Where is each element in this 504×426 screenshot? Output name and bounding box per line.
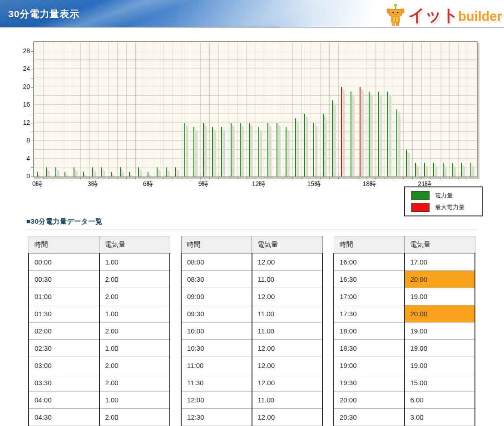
time-cell: 00:30: [29, 271, 99, 288]
y-axis-tick: [31, 51, 33, 52]
x-axis-tick: [237, 177, 237, 179]
gridline-vertical: [154, 42, 154, 176]
bar-05:00: [129, 172, 130, 176]
bar-14:30: [304, 114, 305, 176]
bar-shadow: [38, 173, 41, 176]
bar-shadow: [130, 173, 133, 176]
amount-cell: 11.00: [252, 271, 323, 288]
y-axis-label: 8: [12, 137, 30, 144]
bar-shadow: [57, 169, 59, 176]
amount-cell: 1.00: [99, 340, 170, 357]
y-axis-tick: [31, 123, 33, 123]
x-axis-label: 0時: [32, 180, 42, 188]
time-cell: 00:00: [29, 254, 99, 271]
bar-15:00: [313, 123, 314, 176]
bar-shadow: [177, 169, 179, 176]
time-cell: 12:00: [181, 392, 252, 409]
bar-shadow: [472, 164, 474, 176]
gridline-vertical: [265, 42, 265, 176]
table-row: 01:301.00: [29, 305, 170, 323]
time-cell: 16:30: [334, 271, 405, 288]
bar-06:00: [148, 172, 148, 176]
column-header-amount: 電気量: [252, 236, 323, 254]
y-axis-label: 12: [12, 119, 30, 126]
bar-shadow: [453, 164, 456, 176]
bar-01:00: [55, 167, 56, 176]
x-axis-label: 15時: [307, 180, 321, 188]
x-axis-tick: [421, 177, 422, 179]
amount-cell: 12.00: [252, 288, 323, 305]
y-axis-tick: [31, 167, 33, 168]
y-axis-label: 28: [12, 47, 30, 54]
time-cell: 01:00: [29, 288, 99, 305]
table-row: 17:0019.00: [334, 288, 475, 305]
time-cell: 20:00: [334, 392, 405, 409]
y-axis-tick: [31, 96, 33, 96]
table-row: 03:002.00: [29, 357, 170, 374]
bar-02:30: [83, 172, 84, 176]
bar-00:30: [46, 167, 47, 176]
gridline-vertical: [228, 42, 228, 176]
x-axis-tick: [43, 177, 44, 179]
x-axis-tick: [117, 177, 118, 179]
gridline-vertical: [366, 42, 366, 176]
bar-shadow: [444, 164, 447, 176]
table-row: 12:0011.00: [181, 392, 322, 409]
amount-cell: 19.00: [405, 340, 475, 357]
bar-shadow: [370, 93, 373, 176]
y-axis-tick: [31, 69, 33, 69]
table-row: 17:3020.00: [334, 305, 475, 323]
x-axis-tick: [274, 177, 274, 179]
gridline-vertical: [403, 42, 404, 176]
gridline-vertical: [163, 42, 163, 176]
bar-12:30: [267, 123, 268, 176]
table-row: 18:3019.00: [334, 340, 475, 357]
y-axis-label: 16: [12, 101, 30, 108]
bar-shadow: [149, 173, 152, 176]
gridline-vertical: [200, 42, 201, 176]
bar-17:30: [360, 87, 361, 176]
y-axis-tick: [31, 105, 33, 105]
time-cell: 12:30: [181, 409, 252, 426]
amount-cell: 12.00: [252, 340, 323, 357]
amount-cell: 17.00: [405, 254, 475, 271]
x-axis-tick: [246, 177, 247, 179]
table-row: 11:0012.00: [181, 357, 322, 374]
bar-13:00: [277, 123, 277, 176]
gridline-vertical: [385, 42, 385, 176]
bar-shadow: [94, 169, 96, 176]
table-row: 20:006.00: [334, 392, 475, 409]
bar-shadow: [306, 115, 308, 176]
y-axis-tick: [31, 141, 33, 141]
bar-shadow: [167, 169, 170, 176]
amount-cell-max-highlight: 20.00: [405, 271, 475, 288]
x-axis-tick: [218, 177, 219, 179]
table-row: 03:302.00: [29, 374, 170, 392]
bar-11:30: [249, 123, 250, 176]
amount-cell: 15.00: [405, 374, 475, 392]
x-axis-tick: [163, 177, 163, 179]
x-axis-tick: [477, 177, 477, 179]
column-header-time: 時間: [181, 236, 252, 254]
bar-13:30: [286, 127, 287, 176]
time-cell: 02:00: [29, 323, 99, 340]
bar-shadow: [250, 124, 253, 176]
x-axis-tick: [468, 177, 468, 179]
bar-18:00: [369, 92, 370, 176]
gridline-vertical: [256, 42, 256, 176]
table-row: 00:001.00: [29, 254, 170, 271]
table-row: 20:303.00: [334, 409, 475, 426]
bar-shadow: [389, 93, 391, 176]
bar-shadow: [425, 164, 428, 176]
x-axis-tick: [449, 177, 450, 179]
x-axis-tick: [191, 177, 191, 179]
x-axis-tick: [89, 177, 90, 179]
y-axis-tick: [31, 114, 33, 114]
logo-text-main: イット: [408, 7, 459, 26]
bar-07:00: [166, 167, 167, 176]
bar-20:00: [406, 150, 407, 176]
x-axis-tick: [320, 177, 321, 179]
gridline-vertical: [440, 42, 440, 176]
gridline-vertical: [145, 42, 145, 176]
table-row: 00:302.00: [29, 271, 170, 288]
